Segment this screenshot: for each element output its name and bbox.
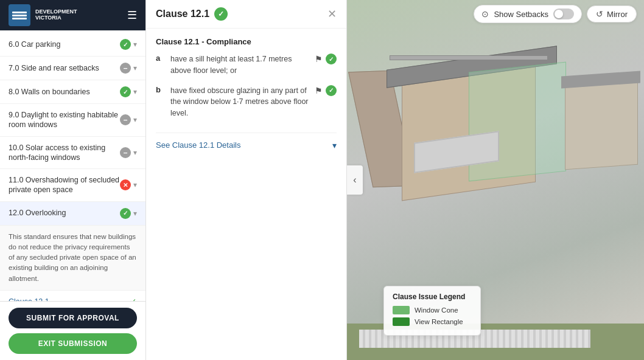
status-red-icon <box>120 179 131 190</box>
clause-title: Clause 12.1 <box>156 7 228 21</box>
show-setbacks-button[interactable]: ⊙ Show Setbacks <box>474 5 582 23</box>
status-gray-icon <box>120 147 131 158</box>
chevron-down-icon: ▾ <box>133 181 137 189</box>
status-green-icon <box>120 208 131 219</box>
view-panel: ⊙ Show Setbacks ↺ Mirror ‹ Clause Issue … <box>347 0 644 360</box>
status-gray-icon <box>120 63 131 74</box>
back-button[interactable]: ‹ <box>347 165 363 195</box>
legend-box: Clause Issue Legend Window Cone View Rec… <box>383 286 481 336</box>
clause-check-icon: ✓ <box>130 297 137 301</box>
compliance-row-b: b have fixed obscure glazing in any part… <box>156 85 337 119</box>
chevron-down-icon: ▾ <box>133 209 137 218</box>
mirror-button[interactable]: ↺ Mirror <box>587 5 637 22</box>
sidebar: DEVELOPMENT VICTORIA ☰ 6.0 Car parking ▾… <box>0 0 146 360</box>
section-description: This standard ensures that new buildings… <box>0 226 145 291</box>
status-green-icon <box>120 86 131 97</box>
toggle-knob <box>555 10 563 18</box>
clause-status-icon <box>214 7 228 21</box>
glass-overlay <box>469 62 566 182</box>
compliance-row-a: a have a sill height at least 1.7 metres… <box>156 54 337 77</box>
clause-12-1[interactable]: Clause 12.1 ✓ <box>0 291 145 301</box>
logo: DEVELOPMENT VICTORIA <box>9 4 77 26</box>
logo-text: DEVELOPMENT VICTORIA <box>35 9 77 21</box>
status-check-icon <box>326 54 337 64</box>
neighbor-house <box>565 80 638 170</box>
legend-row-window-cone: Window Cone <box>393 306 472 314</box>
submit-button[interactable]: SUBMIT FOR APPROVAL <box>9 308 137 328</box>
view-rectangle-swatch <box>393 317 410 326</box>
middle-panel: Clause 12.1 ✕ Clause 12.1 - Compliance a… <box>146 0 347 360</box>
chevron-down-icon: ▾ <box>133 88 137 96</box>
sidebar-item-6[interactable]: 6.0 Car parking ▾ <box>0 33 145 57</box>
sidebar-item-12[interactable]: 12.0 Overlooking ▾ <box>0 202 145 226</box>
mirror-icon: ↺ <box>596 9 603 19</box>
chevron-down-icon: ▾ <box>133 40 137 49</box>
sidebar-header: DEVELOPMENT VICTORIA ☰ <box>0 0 145 30</box>
chevron-down-icon: ▾ <box>133 116 137 124</box>
chevron-down-icon: ▾ <box>133 148 137 157</box>
setbacks-toggle-switch[interactable] <box>553 9 574 19</box>
logo-icon <box>9 4 30 26</box>
clause-list: Clause 12.1 ✓ Clause 12.2 — <box>0 291 145 301</box>
exit-button[interactable]: EXIT SUBMISSION <box>9 333 137 354</box>
hamburger-button[interactable]: ☰ <box>127 10 137 21</box>
sidebar-item-11[interactable]: 11.0 Overshadowing of secluded private o… <box>0 169 145 202</box>
view-topbar: ⊙ Show Setbacks ↺ Mirror <box>347 0 644 28</box>
status-check-icon <box>326 85 337 96</box>
status-green-icon <box>120 39 131 50</box>
compliance-section: Clause 12.1 - Compliance a have a sill h… <box>156 29 337 133</box>
status-gray-icon <box>120 114 131 125</box>
flag-icon: ⚑ <box>315 86 323 95</box>
chevron-down-icon: ▾ <box>332 140 337 150</box>
flag-icon: ⚑ <box>315 54 323 64</box>
sidebar-item-7[interactable]: 7.0 Side and rear setbacks ▾ <box>0 57 145 80</box>
chevron-down-icon: ▾ <box>133 64 137 72</box>
middle-header: Clause 12.1 ✕ <box>146 0 346 29</box>
window-cone-swatch <box>393 306 410 314</box>
sidebar-nav: 6.0 Car parking ▾ 7.0 Side and rear setb… <box>0 30 145 301</box>
close-button[interactable]: ✕ <box>327 7 337 21</box>
sidebar-item-10[interactable]: 10.0 Solar access to existing north-faci… <box>0 137 145 170</box>
sidebar-item-8[interactable]: 8.0 Walls on boundaries ▾ <box>0 80 145 104</box>
legend-row-view-rectangle: View Rectangle <box>393 317 472 326</box>
house-roof-flat <box>390 55 548 60</box>
middle-content: Clause 12.1 - Compliance a have a sill h… <box>146 29 346 360</box>
details-link[interactable]: See Clause 12.1 Details ▾ <box>156 133 337 158</box>
sidebar-footer: SUBMIT FOR APPROVAL EXIT SUBMISSION <box>0 301 145 360</box>
setbacks-icon: ⊙ <box>481 9 489 19</box>
sidebar-item-9[interactable]: 9.0 Daylight to existing habitable room … <box>0 104 145 137</box>
